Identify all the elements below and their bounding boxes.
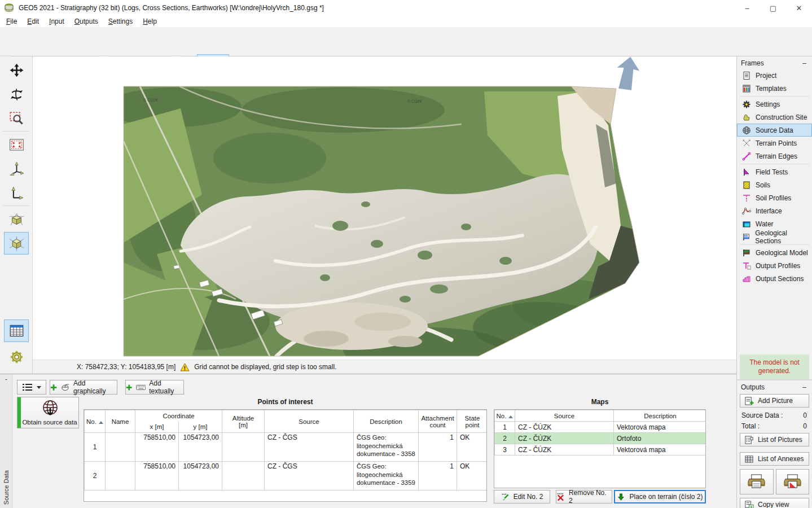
geological-sections-icon [742,233,750,242]
place-on-terrain-button[interactable]: Place on terrain (číslo 2) [614,490,706,503]
list-dropdown-caret [37,386,41,389]
add-graphically-button[interactable]: Add graphically [50,380,117,395]
points-col-no[interactable]: No. [85,410,106,433]
map-watermark: © ČÚZK [407,99,422,103]
frames-item-templates[interactable]: Templates [737,82,812,95]
frames-item-source-data[interactable]: Source Data [737,124,812,137]
project-icon [742,71,751,80]
panel-collapse-button[interactable]: - [0,375,12,383]
statusbar: X: 758472,33; Y: 1054183,95 [m] Grid can… [33,360,736,374]
zoom-fit-icon [9,137,24,152]
view-perspective-tool-button[interactable] [4,208,29,230]
frames-item-construction-site[interactable]: Construction Site [737,111,812,124]
cell-state: OK [457,433,487,462]
points-col-state: Statepoint [457,410,487,433]
maps-row-1[interactable]: 1CZ - ČÚZKVektorová mapa [495,422,706,433]
frames-item-label: Geological Sections [755,229,812,245]
edit-pencil-icon [501,493,510,501]
menu-file[interactable]: File [1,17,22,26]
frames-item-output-sections[interactable]: Output Sections [737,272,812,285]
cell-attachment-count: 1 [419,462,457,491]
menu-outputs[interactable]: Outputs [69,17,103,26]
axes-2d-icon [9,186,24,201]
pan-icon [9,63,24,78]
points-row-2[interactable]: 2758510,001054723,00CZ - ČGSČGS Geo: lit… [85,462,488,491]
pan-tool-button[interactable] [4,59,29,81]
remove-map-button[interactable]: Remove No. 2 [556,490,612,503]
orbit-tool-button[interactable] [4,83,29,106]
list-menu-button[interactable] [17,380,46,395]
main-toolbar: File Edit Stage [Model] [1] [0,27,812,56]
drawing-canvas[interactable]: © ČÚZK © ČÚZK [33,56,736,360]
toolbar-divider [3,131,29,132]
points-col-x: x [m] [135,422,179,433]
print-log-button[interactable] [776,469,810,494]
total-count-row: Total :0 [737,421,812,432]
gear-tool-button[interactable] [4,345,29,368]
axes-2d-tool-button[interactable] [4,182,29,204]
zoom-window-icon [9,111,24,126]
frames-item-terrain-points[interactable]: Terrain Points [737,137,812,150]
obtain-source-data-button[interactable]: Obtain source data [17,397,79,428]
orbit-icon [9,87,24,102]
points-col-y: y [m] [179,422,222,433]
cursor-coordinates: X: 758472,33; Y: 1054183,95 [m] [77,363,175,371]
axes-3d-tool-button[interactable] [4,157,29,180]
points-row-1[interactable]: 1758510,001054723,00CZ - ČGSČGS Geo: lit… [85,433,488,462]
menu-edit[interactable]: Edit [22,17,44,26]
panel-vertical-label: Source Data [3,470,10,505]
add-picture-button[interactable]: Add Picture [740,394,809,408]
maps-row-3[interactable]: 3CZ - ČÚZKVektorová mapa [495,444,706,456]
cell-no: 1 [495,422,515,433]
window-controls: – ▢ ✕ [734,0,812,16]
frames-item-soil-profiles[interactable]: Soil Profiles [737,191,812,204]
frames-item-label: Templates [756,85,787,93]
frames-item-label: Output Sections [756,275,804,283]
list-of-pictures-button[interactable]: List of Pictures [740,433,809,446]
view-isometric-icon [9,236,24,251]
copy-view-button[interactable]: Copy view [740,498,809,508]
source-data-panel: - Source Data Add graphically Add textua… [0,374,736,508]
outputs-collapse-button[interactable]: – [801,385,807,389]
frames-panel-title: Frames [741,59,764,67]
maximize-button[interactable]: ▢ [760,0,786,16]
view-isometric-tool-button[interactable] [4,232,29,255]
frames-item-geological-sections[interactable]: Geological Sections [737,230,812,243]
menu-settings[interactable]: Settings [103,17,138,26]
frames-item-geological-model[interactable]: Geological Model [737,246,812,259]
frames-item-output-profiles[interactable]: Output Profiles [737,259,812,272]
right-panel: Frames – ProjectTemplatesSettingsConstru… [736,56,812,508]
edit-map-button[interactable]: Edit No. 2 [494,490,550,503]
frames-item-project[interactable]: Project [737,69,812,82]
zoom-fit-tool-button[interactable] [4,133,29,156]
frames-item-settings[interactable]: Settings [737,98,812,111]
frames-item-label: Field Tests [756,168,788,176]
frames-collapse-button[interactable]: – [801,61,807,65]
maps-col-no[interactable]: No. [495,410,515,422]
table-tool-button[interactable] [4,319,29,342]
menu-help[interactable]: Help [138,17,162,26]
cell-description: ČGS Geo: litogeochemická dokumentace - 3… [354,462,419,491]
list-of-annexes-button[interactable]: List of Annexes [740,452,809,466]
frames-item-field-tests[interactable]: Field Tests [737,165,812,178]
close-button[interactable]: ✕ [786,0,812,16]
add-textually-button[interactable]: Add textually [125,380,184,395]
minimize-button[interactable]: – [734,0,760,16]
list-pictures-icon [744,435,754,445]
frames-item-interface[interactable]: Interface [737,204,812,217]
frames-item-terrain-edges[interactable]: Terrain Edges [737,150,812,163]
maps-row-2[interactable]: 2CZ - ČÚZKOrtofoto [495,433,706,444]
print-button[interactable] [740,469,774,494]
output-sections-icon [742,274,751,283]
menu-input[interactable]: Input [44,17,69,26]
frames-item-label: Interface [756,207,782,215]
water-icon [742,220,751,229]
cell-source: CZ - ČGS [265,462,354,491]
frames-item-soils[interactable]: Soils [737,178,812,191]
printer-warning-icon [783,474,802,490]
cell-y: 1054723,00 [179,433,222,462]
panel-collapse-strip[interactable]: - Source Data [0,374,12,508]
north-arrow [609,54,646,93]
zoom-window-tool-button[interactable] [4,107,29,130]
terrain-edges-icon [742,152,751,161]
